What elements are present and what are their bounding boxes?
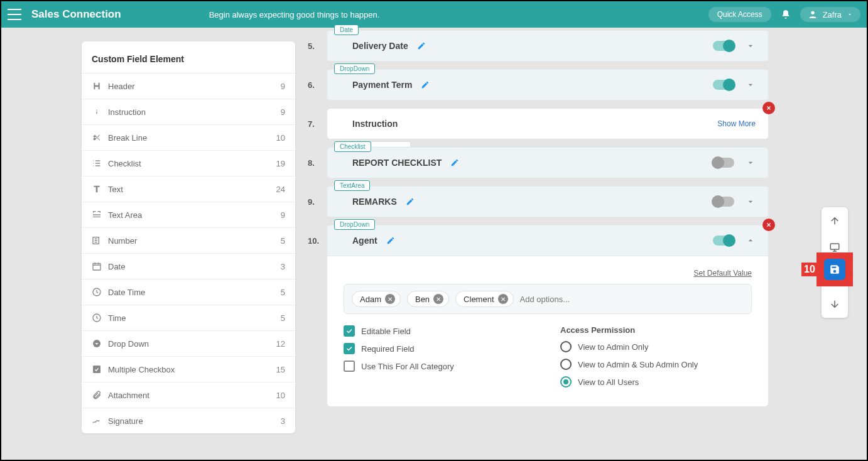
edit-icon[interactable] xyxy=(450,158,459,167)
options-input[interactable]: Adam✕Ben✕Clement✕ xyxy=(344,284,752,314)
element-label: Date Time xyxy=(108,288,281,297)
element-drop-down[interactable]: Drop Down12 xyxy=(82,330,295,356)
add-option-input[interactable] xyxy=(520,295,626,304)
dropdown-icon xyxy=(92,339,108,349)
field-number: 8. xyxy=(308,158,315,168)
radio[interactable] xyxy=(560,376,572,388)
field-block-9: TextArea9.REMARKS xyxy=(327,186,769,217)
remove-chip-icon[interactable]: ✕ xyxy=(498,294,508,304)
set-default-link[interactable]: Set Default Value xyxy=(344,269,752,278)
field-block-8: Checklist8.REPORT CHECKLIST xyxy=(327,147,769,178)
radio[interactable] xyxy=(560,341,572,352)
chevron-down-icon[interactable] xyxy=(746,158,756,168)
radio-label: View to All Users xyxy=(578,377,639,387)
user-menu[interactable]: Zafra xyxy=(800,7,860,22)
checkbox[interactable] xyxy=(344,361,355,372)
field-toggle[interactable] xyxy=(713,41,734,51)
delete-field-button[interactable] xyxy=(762,219,775,231)
element-signature[interactable]: Signature3 xyxy=(82,408,295,433)
field-toggle[interactable] xyxy=(713,158,734,168)
field-toggle[interactable] xyxy=(713,197,734,207)
element-attachment[interactable]: Attachment10 xyxy=(82,382,295,408)
scroll-up-button[interactable] xyxy=(826,212,844,230)
radio[interactable] xyxy=(560,359,572,370)
save-callout: 10 xyxy=(816,252,853,286)
field-toggle[interactable] xyxy=(713,236,734,246)
delete-field-button[interactable] xyxy=(762,102,775,114)
element-label: Break Line xyxy=(108,133,276,143)
field-type-tag: Date xyxy=(334,24,359,35)
clock-icon xyxy=(92,287,108,297)
element-text-area[interactable]: Text Area9 xyxy=(82,202,295,227)
field-settings-col: Editable FieldRequired FieldUse This For… xyxy=(344,325,535,394)
edit-icon[interactable] xyxy=(406,197,415,206)
number-icon xyxy=(92,236,108,246)
svg-rect-7 xyxy=(830,244,839,249)
element-checklist[interactable]: Checklist19 xyxy=(82,150,295,176)
element-date-time[interactable]: Date Time5 xyxy=(82,279,295,305)
field-title: REPORT CHECKLIST xyxy=(352,158,442,168)
checkbox-row[interactable]: Required Field xyxy=(344,343,535,354)
list-icon xyxy=(92,158,108,168)
text-icon xyxy=(92,184,108,194)
save-button[interactable] xyxy=(824,259,845,280)
element-label: Instruction xyxy=(108,107,281,117)
element-count: 5 xyxy=(281,236,285,246)
edit-icon[interactable] xyxy=(386,236,395,245)
chevron-down-icon[interactable] xyxy=(746,197,756,207)
element-count: 10 xyxy=(276,133,285,143)
field-number: 5. xyxy=(308,41,315,51)
radio-row[interactable]: View to All Users xyxy=(560,376,752,388)
cut-icon xyxy=(92,133,108,143)
mcheck-icon xyxy=(92,364,108,374)
element-time[interactable]: Time5 xyxy=(82,305,295,330)
quick-access-button[interactable]: Quick Access xyxy=(708,7,771,22)
checkbox[interactable] xyxy=(344,325,355,337)
chevron-up-icon[interactable] xyxy=(746,236,756,246)
field-title: Agent xyxy=(352,236,377,246)
menu-icon[interactable] xyxy=(8,9,21,20)
element-instruction[interactable]: Instruction9 xyxy=(82,99,295,124)
element-header[interactable]: Header9 xyxy=(82,73,295,99)
header-icon xyxy=(92,81,108,91)
checkbox-row[interactable]: Editable Field xyxy=(344,325,535,337)
sign-icon xyxy=(92,416,108,426)
element-text[interactable]: Text24 xyxy=(82,176,295,202)
element-label: Signature xyxy=(108,416,281,426)
element-label: Date xyxy=(108,262,281,271)
option-chip: Adam✕ xyxy=(352,291,401,307)
field-card[interactable]: REMARKS xyxy=(327,186,769,217)
element-break-line[interactable]: Break Line10 xyxy=(82,124,295,150)
element-number[interactable]: Number5 xyxy=(82,227,295,253)
checkbox[interactable] xyxy=(344,343,355,354)
field-toggle[interactable] xyxy=(713,80,734,90)
radio-row[interactable]: View to Admin & Sub Admin Only xyxy=(560,359,752,370)
remove-chip-icon[interactable]: ✕ xyxy=(433,294,443,304)
field-card[interactable]: Agent xyxy=(327,225,769,256)
field-card[interactable]: REPORT CHECKLIST xyxy=(327,147,769,178)
field-title: Delivery Date xyxy=(352,41,408,51)
field-block-6: DropDown6.Payment Term xyxy=(327,69,769,100)
element-label: Attachment xyxy=(108,391,276,400)
scroll-down-button[interactable] xyxy=(826,295,844,313)
checkbox-row[interactable]: Use This For All Category xyxy=(344,361,535,372)
edit-icon[interactable] xyxy=(421,80,430,89)
field-card[interactable]: Payment Term xyxy=(327,69,769,100)
chevron-down-icon[interactable] xyxy=(746,41,756,51)
element-label: Multiple Checkbox xyxy=(108,365,276,374)
element-multiple-checkbox[interactable]: Multiple Checkbox15 xyxy=(82,356,295,382)
element-label: Checklist xyxy=(108,159,276,168)
field-title: Instruction xyxy=(352,119,398,129)
show-more-link[interactable]: Show More xyxy=(717,119,756,128)
info-icon xyxy=(92,107,108,117)
remove-chip-icon[interactable]: ✕ xyxy=(385,294,395,304)
field-card[interactable]: InstructionShow More xyxy=(327,108,769,139)
field-card[interactable]: Delivery Date xyxy=(327,30,769,62)
bell-icon[interactable] xyxy=(780,9,791,20)
chevron-down-icon[interactable] xyxy=(746,80,756,90)
edit-icon[interactable] xyxy=(417,41,426,50)
radio-row[interactable]: View to Admin Only xyxy=(560,341,752,352)
svg-point-0 xyxy=(811,11,814,14)
element-date[interactable]: Date3 xyxy=(82,253,295,279)
checkbox-label: Use This For All Category xyxy=(361,362,454,371)
